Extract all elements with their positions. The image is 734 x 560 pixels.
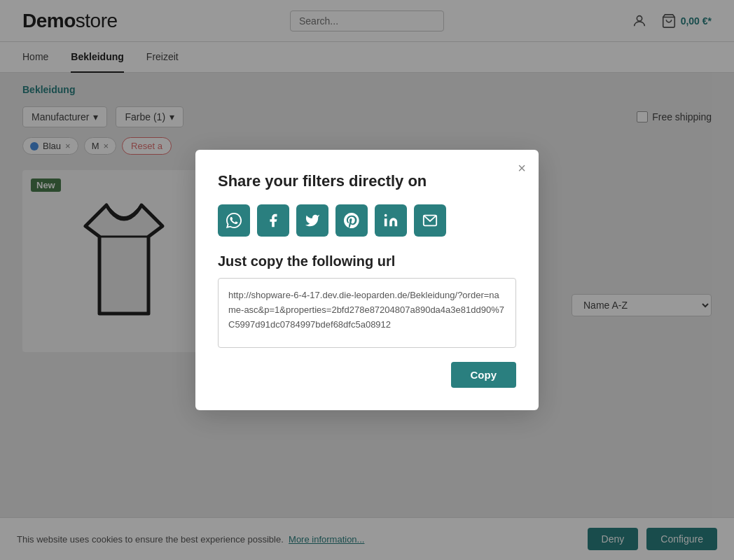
pinterest-share-button[interactable] — [335, 204, 368, 237]
share-icons-row — [218, 204, 516, 237]
email-share-button[interactable] — [414, 204, 446, 237]
whatsapp-icon — [226, 213, 242, 228]
linkedin-share-button[interactable] — [375, 204, 407, 237]
copy-button[interactable]: Copy — [451, 362, 517, 388]
modal-title: Share your filters directly on — [218, 172, 516, 190]
url-display: http://shopware-6-4-17.dev.die-leoparden… — [218, 278, 516, 348]
linkedin-icon — [383, 213, 399, 228]
pinterest-icon — [344, 213, 359, 228]
twitter-icon — [305, 213, 320, 228]
share-modal: × Share your filters directly on — [195, 150, 539, 410]
facebook-share-button[interactable] — [257, 204, 289, 237]
modal-close-button[interactable]: × — [518, 161, 526, 175]
modal-overlay: × Share your filters directly on — [0, 0, 734, 560]
modal-subtitle: Just copy the following url — [218, 253, 516, 270]
whatsapp-share-button[interactable] — [218, 204, 250, 237]
modal-footer: Copy — [218, 362, 516, 388]
svg-point-2 — [385, 214, 387, 217]
email-icon — [422, 213, 438, 228]
twitter-share-button[interactable] — [296, 204, 328, 237]
facebook-icon — [265, 213, 281, 228]
